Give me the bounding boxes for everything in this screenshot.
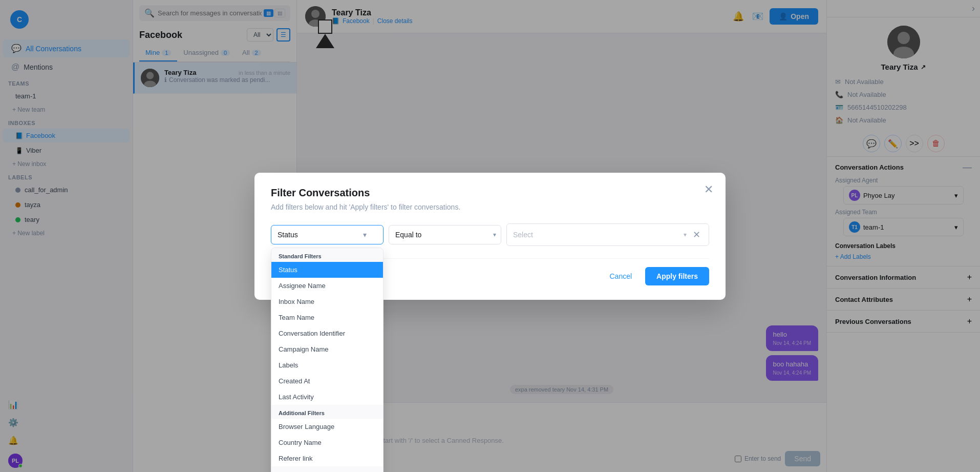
cancel-button[interactable]: Cancel: [602, 267, 641, 285]
dropdown-item-team[interactable]: Team Name: [271, 310, 383, 325]
value-chevron: ▾: [684, 231, 687, 238]
filter-type-chevron: ▾: [363, 231, 367, 239]
filter-row: Status ▾ Standard Filters Status Assigne…: [271, 223, 709, 246]
filter-type-label: Status: [278, 231, 298, 239]
dropdown-item-inbox[interactable]: Inbox Name: [271, 294, 383, 310]
dropdown-item-country[interactable]: Country Name: [271, 435, 383, 450]
dropdown-additional-title: Additional Filters: [271, 405, 383, 419]
filter-operator-select[interactable]: Equal to: [389, 225, 501, 244]
filter-type-select[interactable]: Status ▾: [271, 225, 384, 244]
dropdown-item-assignee[interactable]: Assignee Name: [271, 278, 383, 294]
dropdown-item-browser-lang[interactable]: Browser Language: [271, 419, 383, 435]
filter-modal: ✕ Filter Conversations Add filters below…: [254, 173, 726, 300]
filter-value-wrapper: Select ▾ ✕: [506, 223, 709, 246]
dropdown-item-activity[interactable]: Last Activity: [271, 389, 383, 405]
dropdown-item-conv-id[interactable]: Conversation Identifier: [271, 325, 383, 341]
modal-overlay[interactable]: ✕ Filter Conversations Add filters below…: [0, 0, 980, 472]
apply-filters-button[interactable]: Apply filters: [645, 267, 709, 285]
dropdown-custom-title: Custom Attributes: [271, 466, 383, 473]
modal-subtitle: Add filters below and hit 'Apply filters…: [271, 203, 709, 211]
modal-title: Filter Conversations: [271, 187, 709, 199]
dropdown-item-labels[interactable]: Labels: [271, 357, 383, 373]
dropdown-item-campaign[interactable]: Campaign Name: [271, 341, 383, 357]
dropdown-item-status[interactable]: Status: [271, 262, 383, 278]
dropdown-item-created[interactable]: Created At: [271, 373, 383, 389]
filter-dropdown-menu: Standard Filters Status Assignee Name In…: [271, 248, 384, 473]
dropdown-item-referer[interactable]: Referer link: [271, 450, 383, 466]
modal-close-btn[interactable]: ✕: [704, 183, 713, 196]
filter-value-placeholder: Select: [513, 231, 684, 239]
dropdown-standard-title: Standard Filters: [271, 248, 383, 262]
filter-clear-btn[interactable]: ✕: [691, 229, 702, 240]
filter-type-wrapper: Status ▾ Standard Filters Status Assigne…: [271, 225, 384, 244]
filter-operator-wrapper: Equal to ▾: [389, 225, 501, 244]
